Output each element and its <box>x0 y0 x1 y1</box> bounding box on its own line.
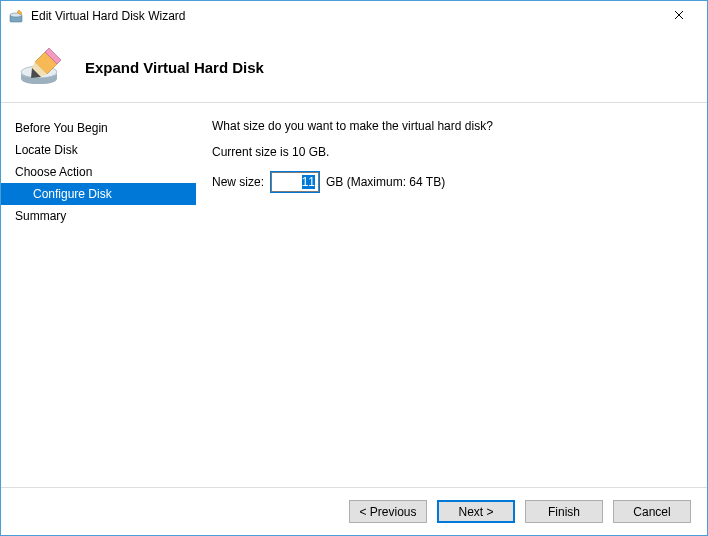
sidebar-item-label: Locate Disk <box>15 143 78 157</box>
wizard-content: What size do you want to make the virtua… <box>196 103 707 487</box>
sidebar-item-before-you-begin[interactable]: Before You Begin <box>1 117 196 139</box>
wizard-header: Expand Virtual Hard Disk <box>1 31 707 103</box>
new-size-input[interactable] <box>271 172 319 192</box>
wizard-step-title: Expand Virtual Hard Disk <box>85 59 264 76</box>
wizard-window: Edit Virtual Hard Disk Wizard Expand Vir… <box>0 0 708 536</box>
unit-max-text: GB (Maximum: 64 TB) <box>326 175 445 189</box>
sidebar-item-choose-action[interactable]: Choose Action <box>1 161 196 183</box>
sidebar-item-label: Before You Begin <box>15 121 108 135</box>
sidebar-item-summary[interactable]: Summary <box>1 205 196 227</box>
question-text: What size do you want to make the virtua… <box>212 119 687 133</box>
window-title: Edit Virtual Hard Disk Wizard <box>31 9 656 23</box>
sidebar-item-label: Summary <box>15 209 66 223</box>
wizard-body: Before You Begin Locate Disk Choose Acti… <box>1 103 707 487</box>
close-button[interactable] <box>656 2 701 30</box>
next-button[interactable]: Next > <box>437 500 515 523</box>
current-size-text: Current size is 10 GB. <box>212 145 687 159</box>
wizard-footer: < Previous Next > Finish Cancel <box>1 487 707 535</box>
titlebar: Edit Virtual Hard Disk Wizard <box>1 1 707 31</box>
close-icon <box>674 9 684 23</box>
new-size-row: New size: GB (Maximum: 64 TB) <box>212 171 687 193</box>
disk-edit-icon <box>17 44 65 92</box>
new-size-label: New size: <box>212 175 264 189</box>
previous-button[interactable]: < Previous <box>349 500 427 523</box>
finish-button[interactable]: Finish <box>525 500 603 523</box>
sidebar-item-locate-disk[interactable]: Locate Disk <box>1 139 196 161</box>
sidebar-item-configure-disk[interactable]: Configure Disk <box>1 183 196 205</box>
cancel-button[interactable]: Cancel <box>613 500 691 523</box>
app-icon <box>9 8 25 24</box>
wizard-sidebar: Before You Begin Locate Disk Choose Acti… <box>1 103 196 487</box>
size-input-wrapper <box>270 171 320 193</box>
sidebar-item-label: Configure Disk <box>33 187 112 201</box>
sidebar-item-label: Choose Action <box>15 165 92 179</box>
